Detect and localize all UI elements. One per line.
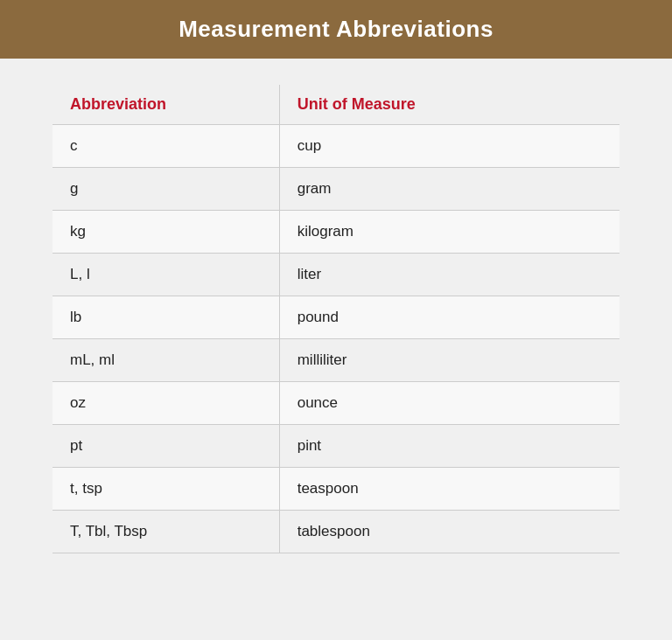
table-row: lbpound <box>52 296 620 339</box>
unit-cell: liter <box>279 254 620 296</box>
table-row: mL, mlmilliliter <box>52 339 620 382</box>
unit-cell: tablespoon <box>279 511 620 553</box>
unit-cell: ounce <box>279 382 620 425</box>
abbreviations-table: Abbreviation Unit of Measure ccupggramkg… <box>52 85 620 553</box>
unit-cell: teaspoon <box>279 468 620 511</box>
abbreviation-cell: oz <box>52 382 279 425</box>
unit-cell: milliliter <box>279 339 620 382</box>
abbreviation-cell: pt <box>52 425 279 468</box>
unit-cell: cup <box>279 125 620 168</box>
table-row: ccup <box>52 125 620 168</box>
table-container: Abbreviation Unit of Measure ccupggramkg… <box>0 59 672 640</box>
table-row: ozounce <box>52 382 620 425</box>
abbreviation-cell: mL, ml <box>52 339 279 382</box>
col-header-abbreviation: Abbreviation <box>52 85 279 125</box>
table-row: T, Tbl, Tbsptablespoon <box>52 511 620 553</box>
abbreviation-cell: t, tsp <box>52 468 279 511</box>
unit-cell: gram <box>279 168 620 211</box>
table-row: t, tspteaspoon <box>52 468 620 511</box>
table-row: ggram <box>52 168 620 211</box>
unit-cell: kilogram <box>279 211 620 254</box>
abbreviation-cell: g <box>52 168 279 211</box>
abbreviation-cell: T, Tbl, Tbsp <box>52 511 279 553</box>
abbreviation-cell: kg <box>52 211 279 254</box>
abbreviation-cell: lb <box>52 296 279 339</box>
table-row: L, lliter <box>52 254 620 296</box>
unit-cell: pint <box>279 425 620 468</box>
header-bar: Measurement Abbreviations <box>0 0 672 59</box>
page-title: Measurement Abbreviations <box>178 16 494 42</box>
table-row: kgkilogram <box>52 211 620 254</box>
table-header-row: Abbreviation Unit of Measure <box>52 85 620 125</box>
table-row: ptpint <box>52 425 620 468</box>
unit-cell: pound <box>279 296 620 339</box>
abbreviation-cell: L, l <box>52 254 279 296</box>
abbreviation-cell: c <box>52 125 279 168</box>
col-header-unit: Unit of Measure <box>279 85 620 125</box>
